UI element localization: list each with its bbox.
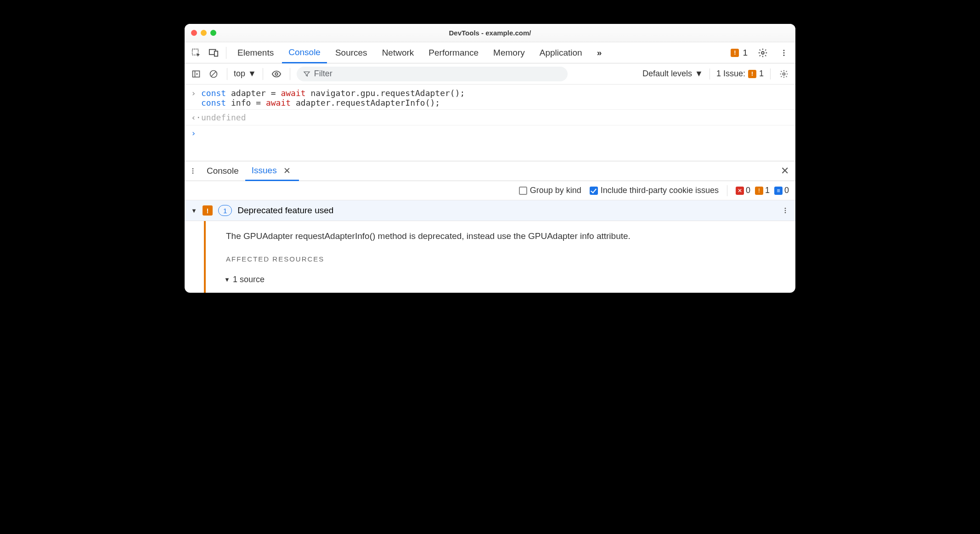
console-prompt[interactable]: › — [185, 125, 795, 161]
svg-point-13 — [192, 168, 194, 170]
svg-point-14 — [192, 170, 194, 172]
svg-point-5 — [783, 52, 785, 53]
close-window-button[interactable] — [191, 30, 197, 36]
drawer-kebab-icon[interactable] — [189, 167, 200, 175]
filter-input[interactable]: Filter — [297, 67, 568, 81]
svg-point-17 — [785, 210, 786, 211]
close-drawer-icon[interactable]: ✕ — [779, 165, 791, 177]
checkbox-checked-icon — [590, 187, 598, 195]
console-toolbar: top ▼ Filter Default levels ▼ 1 Issue: !… — [185, 63, 795, 85]
divider — [227, 68, 227, 80]
warning-count[interactable]: !1 — [755, 186, 770, 195]
tab-performance[interactable]: Performance — [422, 42, 485, 63]
filter-placeholder: Filter — [314, 69, 332, 79]
warning-icon: ! — [731, 49, 739, 57]
tab-memory[interactable]: Memory — [487, 42, 531, 63]
settings-icon[interactable] — [755, 45, 771, 61]
console-output-entry: ‹· undefined — [185, 109, 795, 125]
console-input-entry: › const adapter = await navigator.gpu.re… — [185, 86, 795, 109]
divider — [226, 47, 226, 59]
group-by-kind-checkbox[interactable]: Group by kind — [519, 186, 581, 195]
svg-rect-2 — [214, 51, 218, 56]
svg-point-18 — [785, 212, 786, 213]
svg-point-12 — [783, 73, 785, 75]
log-levels-selector[interactable]: Default levels ▼ — [642, 69, 703, 79]
window-title: DevTools - example.com/ — [185, 29, 795, 37]
issues-link[interactable]: 1 Issue: ! 1 — [716, 69, 764, 79]
toggle-sidebar-icon[interactable] — [189, 67, 203, 81]
window-controls — [191, 30, 216, 36]
context-label: top — [234, 69, 245, 79]
kebab-menu-icon[interactable] — [776, 45, 792, 61]
live-expression-icon[interactable] — [270, 67, 283, 81]
issue-counts: ✕0 !1 ≡0 — [736, 186, 789, 195]
error-count[interactable]: ✕0 — [736, 186, 750, 195]
clear-console-icon[interactable] — [207, 67, 220, 81]
execution-context-selector[interactable]: top ▼ — [234, 69, 256, 79]
checkbox-label: Group by kind — [530, 186, 581, 195]
issue-count-pill: 1 — [218, 205, 232, 216]
tab-console[interactable]: Console — [282, 43, 327, 63]
filter-icon — [303, 70, 310, 78]
svg-point-4 — [783, 50, 785, 51]
source-label: 1 source — [233, 275, 265, 284]
expand-triangle-icon: ▼ — [191, 207, 197, 214]
drawer-tab-label: Issues — [252, 165, 277, 176]
divider — [263, 68, 263, 80]
warning-icon: ! — [748, 70, 756, 78]
svg-rect-7 — [193, 71, 200, 77]
info-icon: ≡ — [774, 187, 783, 195]
output-value: undefined — [201, 113, 246, 122]
divider — [727, 185, 727, 196]
svg-point-3 — [761, 51, 764, 54]
main-tabs: Elements Console Sources Network Perform… — [185, 42, 795, 63]
output-arrow-icon: ‹· — [191, 113, 201, 122]
issue-row-header[interactable]: ▼ ! 1 Deprecated feature used — [185, 200, 795, 221]
error-icon: ✕ — [736, 187, 744, 195]
minimize-window-button[interactable] — [201, 30, 207, 36]
issue-label: 1 Issue: — [716, 69, 745, 79]
more-tabs-button[interactable]: » — [591, 42, 607, 63]
svg-line-10 — [211, 72, 216, 76]
issue-menu-icon[interactable] — [782, 207, 789, 214]
issue-description: The GPUAdapter requestAdapterInfo() meth… — [226, 231, 786, 241]
devtools-window: DevTools - example.com/ Elements Console… — [185, 24, 795, 293]
console-output: › const adapter = await navigator.gpu.re… — [185, 85, 795, 161]
prompt-arrow-icon: › — [191, 128, 201, 138]
source-toggle[interactable]: ▼ 1 source — [224, 275, 786, 284]
drawer-tabs: Console Issues ✕ ✕ — [185, 161, 795, 181]
titlebar: DevTools - example.com/ — [185, 24, 795, 42]
expand-triangle-icon: ▼ — [224, 276, 230, 283]
tab-sources[interactable]: Sources — [329, 42, 374, 63]
chevron-down-icon: ▼ — [248, 69, 256, 79]
issue-body: The GPUAdapter requestAdapterInfo() meth… — [185, 221, 795, 293]
include-third-party-checkbox[interactable]: Include third-party cookie issues — [590, 186, 719, 195]
issue-count: 1 — [759, 69, 764, 79]
issue-title: Deprecated feature used — [237, 205, 333, 216]
checkbox-icon — [519, 187, 527, 195]
drawer-tab-console[interactable]: Console — [200, 161, 245, 181]
tab-application[interactable]: Application — [533, 42, 589, 63]
chevron-down-icon: ▼ — [695, 69, 703, 79]
tab-network[interactable]: Network — [376, 42, 421, 63]
warn-count: 1 — [741, 48, 749, 58]
svg-point-15 — [192, 172, 194, 174]
code-line: const adapter = await navigator.gpu.requ… — [201, 88, 465, 108]
close-tab-icon[interactable]: ✕ — [282, 165, 293, 176]
tab-elements[interactable]: Elements — [231, 42, 280, 63]
svg-point-11 — [275, 73, 278, 75]
levels-label: Default levels — [642, 69, 692, 79]
input-arrow-icon: › — [191, 88, 201, 108]
drawer-tab-issues[interactable]: Issues ✕ — [245, 162, 299, 181]
issues-toolbar: Group by kind Include third-party cookie… — [185, 181, 795, 200]
info-count[interactable]: ≡0 — [774, 186, 789, 195]
console-settings-icon[interactable] — [777, 67, 791, 81]
divider — [290, 68, 290, 80]
divider — [710, 68, 710, 80]
checkbox-label: Include third-party cookie issues — [601, 186, 719, 195]
divider — [770, 68, 771, 80]
device-toolbar-icon[interactable] — [206, 45, 221, 61]
issues-indicator[interactable]: ! 1 — [731, 48, 749, 58]
maximize-window-button[interactable] — [210, 30, 216, 36]
inspect-icon[interactable] — [188, 45, 204, 61]
